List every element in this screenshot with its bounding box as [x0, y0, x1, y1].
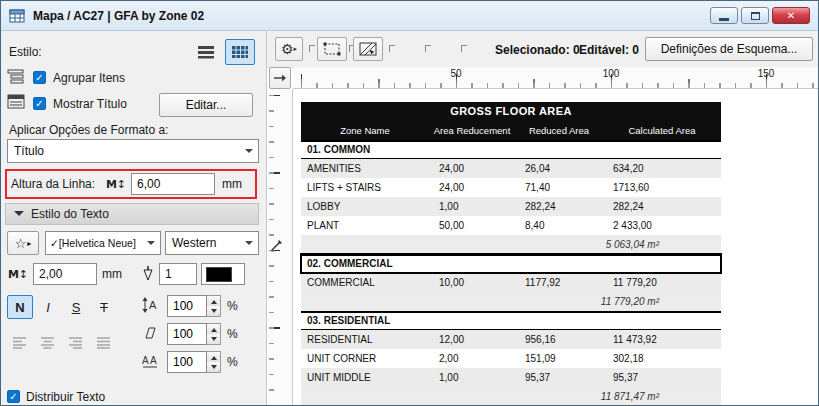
agrupar-checkbox[interactable]: ✓ — [33, 71, 46, 84]
table-cell: 11 473,92 — [603, 330, 721, 349]
table-column-header-row[interactable]: Zone NameArea ReducementReduced AreaCalc… — [301, 121, 721, 140]
table-cell: 95,37 — [515, 368, 603, 387]
ruler-mark: 50 — [450, 68, 461, 79]
app-icon — [9, 8, 25, 24]
table-cell: 50,00 — [429, 216, 515, 235]
script-select[interactable]: Western — [165, 231, 259, 255]
bold-button[interactable]: N — [7, 295, 33, 319]
column-header: Zone Name — [301, 121, 429, 140]
table-cell: 634,20 — [603, 159, 721, 178]
table-cell: RESIDENTIAL — [301, 330, 429, 349]
editar-button[interactable]: Editar... — [159, 93, 253, 117]
style-table-view-button[interactable] — [225, 39, 255, 65]
table-row[interactable]: LOBBY1,00282,24282,24 — [301, 197, 721, 216]
strikethrough-button[interactable]: T — [91, 295, 117, 319]
spinner-down-button[interactable] — [207, 362, 220, 372]
gear-icon: ⚙ — [281, 41, 294, 57]
slant-spinner[interactable]: 100 — [167, 323, 221, 345]
table-row[interactable]: LIFTS + STAIRS24,0071,401713,60 — [301, 178, 721, 197]
table-row[interactable]: UNIT CORNER2,00151,09302,18 — [301, 349, 721, 368]
altura-label: Altura da Linha: — [11, 177, 95, 191]
font-select[interactable]: ✓[Helvetica Neue] — [45, 231, 161, 255]
texto-section-label: Estilo do Texto — [31, 207, 109, 221]
align-right-button[interactable] — [63, 331, 89, 355]
toolbar-separator — [461, 45, 467, 52]
title-bar[interactable]: Mapa / AC27 | GFA by Zone 02 ✕ — [1, 1, 818, 31]
ruler-origin-button[interactable] — [269, 67, 291, 89]
table-cell: 11 779,20 — [603, 273, 721, 292]
maximize-button[interactable] — [741, 7, 769, 24]
line-spacing-spinner[interactable]: 100 — [167, 295, 221, 317]
spinner-up-button[interactable] — [207, 296, 220, 306]
close-button[interactable]: ✕ — [772, 7, 810, 24]
favorites-button[interactable]: ☆ ▸ — [7, 231, 39, 255]
arrow-right-icon: ▸ — [294, 45, 298, 53]
style-form-view-button[interactable] — [191, 39, 221, 65]
table-row[interactable]: RESIDENTIAL12,00956,1611 473,92 — [301, 330, 721, 349]
subtotal-row[interactable]: 11 779,20 m² — [301, 292, 721, 311]
texto-section-header[interactable]: Estilo do Texto — [5, 203, 259, 225]
table-cell: 95,37 — [603, 368, 721, 387]
distribuir-checkbox[interactable]: ✓ — [7, 390, 20, 403]
toolbar-separator — [389, 45, 395, 52]
ruler-mark: 150 — [758, 68, 775, 79]
dialog-window: Mapa / AC27 | GFA by Zone 02 ✕ Estilo: ✓… — [0, 0, 819, 406]
spinner-up-button[interactable] — [207, 324, 220, 334]
minimize-button[interactable] — [710, 7, 738, 24]
column-header: Calculated Area — [603, 121, 721, 140]
text-size-input[interactable]: 2,00 — [33, 263, 97, 285]
mostrar-checkbox[interactable]: ✓ — [33, 97, 46, 110]
marquee-icon — [323, 42, 341, 56]
pen-color-swatch[interactable] — [201, 263, 245, 285]
table-row[interactable]: COMMERCIAL10,001177,9211 779,20 — [301, 273, 721, 292]
table-row[interactable]: AMENITIES24,0026,04634,20 — [301, 159, 721, 178]
table-row[interactable]: PLANT50,008,402 433,00 — [301, 216, 721, 235]
scheme-settings-button[interactable]: Definições de Esquema... — [645, 37, 813, 61]
table-cell: 2 433,00 — [603, 216, 721, 235]
toolbar-separator — [309, 45, 315, 52]
italic-button[interactable]: I — [35, 295, 61, 319]
preview-toolbar: ⚙▸ Selecionado: 0 Editável: 0 Definições… — [267, 31, 819, 68]
table-cell: 71,40 — [515, 178, 603, 197]
settings-button[interactable]: ⚙▸ — [275, 37, 303, 61]
align-right-icon — [69, 337, 83, 349]
slant-value[interactable]: 100 — [167, 323, 207, 345]
letter-width-value[interactable]: 100 — [167, 351, 207, 373]
minimize-icon — [719, 18, 729, 21]
row-height-input[interactable]: 6,00 — [131, 173, 215, 195]
ruler-marker-icon — [270, 239, 283, 252]
subtotal-row[interactable]: 11 871,47 m² — [301, 387, 721, 406]
horizontal-ruler[interactable]: 50 100 150 — [293, 67, 819, 89]
spinner-down-button[interactable] — [207, 306, 220, 316]
align-left-button[interactable] — [7, 331, 33, 355]
align-center-icon — [41, 337, 55, 349]
table-cell: 151,09 — [515, 349, 603, 368]
align-justify-button[interactable] — [91, 331, 117, 355]
ruler-mark: 100 — [603, 68, 620, 79]
table-title-row[interactable]: GROSS FLOOR AREA — [301, 102, 721, 121]
maximize-icon — [751, 12, 760, 20]
group-header-row[interactable]: 01. COMMON — [301, 140, 721, 159]
vertical-ruler[interactable] — [267, 89, 293, 406]
group-header-row[interactable]: 03. RESIDENTIAL — [301, 311, 721, 330]
underline-button[interactable]: S — [63, 295, 89, 319]
spinner-down-button[interactable] — [207, 334, 220, 344]
formato-select[interactable]: Título — [7, 139, 259, 163]
marquee-select-button[interactable] — [317, 37, 347, 61]
table-cell: 1,00 — [429, 197, 515, 216]
line-spacing-value[interactable]: 100 — [167, 295, 207, 317]
letter-width-spinner[interactable]: 100 — [167, 351, 221, 373]
group-header-row[interactable]: 02. COMMERCIAL — [301, 254, 721, 273]
spinner-up-button[interactable] — [207, 352, 220, 362]
chevron-down-icon — [245, 149, 253, 157]
toolbar-separator — [425, 45, 431, 52]
table-row[interactable]: UNIT MIDDLE1,0095,3795,37 — [301, 368, 721, 387]
subtotal-row[interactable]: 5 063,04 m² — [301, 235, 721, 254]
table-cell: UNIT CORNER — [301, 349, 429, 368]
zone-select-button[interactable] — [353, 37, 383, 61]
pen-number-input[interactable]: 1 — [159, 263, 197, 285]
table-cell: UNIT MIDDLE — [301, 368, 429, 387]
zone-icon — [359, 42, 377, 56]
align-center-button[interactable] — [35, 331, 61, 355]
table-cell: 1177,92 — [515, 273, 603, 292]
